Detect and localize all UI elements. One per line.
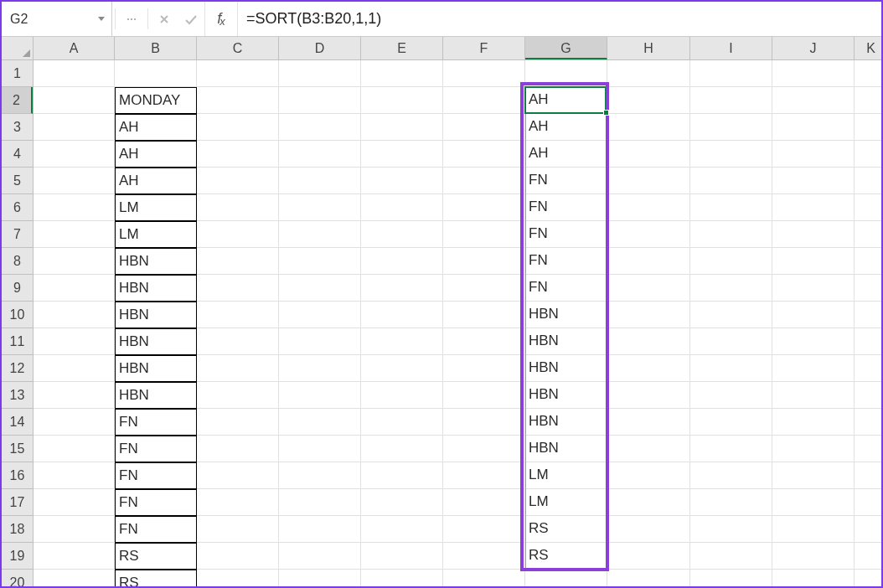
cell-D9[interactable] [279, 275, 361, 302]
cell-J5[interactable] [772, 168, 855, 194]
cell-K17[interactable] [855, 489, 881, 516]
cell-B3[interactable]: AH [115, 114, 197, 141]
cell-I2[interactable] [690, 87, 772, 114]
cell-A11[interactable] [34, 328, 115, 355]
cell-B19[interactable]: RS [115, 543, 197, 570]
cell-A16[interactable] [34, 462, 115, 489]
cell-I11[interactable] [690, 328, 772, 355]
row-header-18[interactable]: 18 [2, 516, 33, 543]
cell-E1[interactable] [361, 60, 443, 87]
cell-B9[interactable]: HBN [115, 275, 197, 302]
row-header-9[interactable]: 9 [2, 275, 33, 302]
cell-C18[interactable] [197, 516, 279, 543]
cell-B5[interactable]: AH [115, 168, 197, 194]
cell-B8[interactable]: HBN [115, 248, 197, 275]
cell-G10[interactable]: HBN [525, 302, 607, 328]
row-header-7[interactable]: 7 [2, 221, 33, 248]
col-header-B[interactable]: B [115, 37, 197, 59]
cell-E14[interactable] [361, 409, 443, 436]
cell-J19[interactable] [772, 543, 855, 570]
cell-G4[interactable]: AH [525, 141, 607, 168]
row-header-13[interactable]: 13 [2, 382, 33, 409]
cell-D6[interactable] [279, 194, 361, 221]
cell-K4[interactable] [855, 141, 881, 168]
cell-J3[interactable] [772, 114, 855, 141]
cell-H7[interactable] [607, 221, 690, 248]
cell-E3[interactable] [361, 114, 443, 141]
cell-K19[interactable] [855, 543, 881, 570]
cell-I4[interactable] [690, 141, 772, 168]
cell-D16[interactable] [279, 462, 361, 489]
cell-K13[interactable] [855, 382, 881, 409]
cell-F12[interactable] [443, 355, 525, 382]
cell-D2[interactable] [279, 87, 361, 114]
cell-G2[interactable]: AH [525, 87, 607, 114]
cell-C6[interactable] [197, 194, 279, 221]
cell-I19[interactable] [690, 543, 772, 570]
cell-C5[interactable] [197, 168, 279, 194]
cell-C11[interactable] [197, 328, 279, 355]
row-header-8[interactable]: 8 [2, 248, 33, 275]
row-header-12[interactable]: 12 [2, 355, 33, 382]
cell-A4[interactable] [34, 141, 115, 168]
row-header-14[interactable]: 14 [2, 409, 33, 436]
cell-J1[interactable] [772, 60, 855, 87]
cell-F19[interactable] [443, 543, 525, 570]
col-header-G[interactable]: G [525, 37, 607, 59]
cell-K3[interactable] [855, 114, 881, 141]
cell-area[interactable]: MONDAYAHAHAHAHAHAHFNLMFNLMFNHBNFNHBNFNHB… [34, 60, 881, 586]
cell-A19[interactable] [34, 543, 115, 570]
cell-E8[interactable] [361, 248, 443, 275]
row-header-16[interactable]: 16 [2, 462, 33, 489]
row-header-17[interactable]: 17 [2, 489, 33, 516]
cell-K14[interactable] [855, 409, 881, 436]
cell-G14[interactable]: HBN [525, 409, 607, 436]
cell-I17[interactable] [690, 489, 772, 516]
cell-B10[interactable]: HBN [115, 302, 197, 328]
cell-C2[interactable] [197, 87, 279, 114]
cell-J8[interactable] [772, 248, 855, 275]
cell-C14[interactable] [197, 409, 279, 436]
cell-A18[interactable] [34, 516, 115, 543]
cell-J6[interactable] [772, 194, 855, 221]
cell-B11[interactable]: HBN [115, 328, 197, 355]
cell-K15[interactable] [855, 436, 881, 462]
col-header-D[interactable]: D [279, 37, 361, 59]
cell-B4[interactable]: AH [115, 141, 197, 168]
cell-B16[interactable]: FN [115, 462, 197, 489]
cell-I16[interactable] [690, 462, 772, 489]
cell-H20[interactable] [607, 570, 690, 586]
cell-H15[interactable] [607, 436, 690, 462]
cell-J7[interactable] [772, 221, 855, 248]
cell-I6[interactable] [690, 194, 772, 221]
cell-G16[interactable]: LM [525, 462, 607, 489]
cell-F15[interactable] [443, 436, 525, 462]
cell-F5[interactable] [443, 168, 525, 194]
cell-B20[interactable]: RS [115, 570, 197, 586]
cell-J15[interactable] [772, 436, 855, 462]
cell-D11[interactable] [279, 328, 361, 355]
cell-I12[interactable] [690, 355, 772, 382]
cell-J2[interactable] [772, 87, 855, 114]
fill-handle[interactable] [603, 110, 609, 116]
cell-C20[interactable] [197, 570, 279, 586]
cell-F18[interactable] [443, 516, 525, 543]
cell-J12[interactable] [772, 355, 855, 382]
row-header-15[interactable]: 15 [2, 436, 33, 462]
cell-G1[interactable] [525, 60, 607, 87]
cell-E17[interactable] [361, 489, 443, 516]
col-header-H[interactable]: H [607, 37, 690, 59]
cell-D8[interactable] [279, 248, 361, 275]
cell-B6[interactable]: LM [115, 194, 197, 221]
cell-C4[interactable] [197, 141, 279, 168]
cell-A15[interactable] [34, 436, 115, 462]
fx-icon[interactable]: fx [204, 2, 238, 36]
cell-J10[interactable] [772, 302, 855, 328]
cell-E4[interactable] [361, 141, 443, 168]
cell-F6[interactable] [443, 194, 525, 221]
col-header-I[interactable]: I [690, 37, 772, 59]
cell-D4[interactable] [279, 141, 361, 168]
cell-A2[interactable] [34, 87, 115, 114]
cell-D1[interactable] [279, 60, 361, 87]
cell-G5[interactable]: FN [525, 168, 607, 194]
